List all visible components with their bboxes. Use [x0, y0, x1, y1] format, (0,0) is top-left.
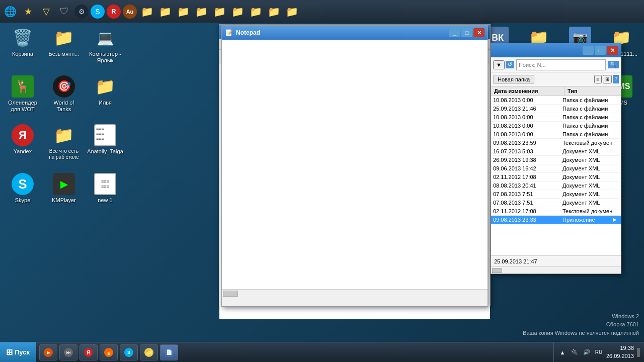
icon-ilya[interactable]: 📁 Илья	[85, 73, 125, 121]
explorer-row[interactable]: 10.08.2013 0:00 Папка с файлами	[491, 122, 621, 130]
explorer-dropdown-btn[interactable]: ▼	[493, 60, 505, 69]
top-toolbar: 🌐 ★ ▽ 🛡 ⚙ S R Au 📁 📁 📁 📁 📁 📁 📁 📁 📁	[0, 0, 644, 23]
explorer-actions: Новая папка ≡ ⊞ ?	[491, 72, 621, 86]
explorer-window: _ □ ✕ ▼ ↺ 🔍 Новая папка ≡ ⊞ ? Дата измен…	[491, 43, 621, 274]
taskbar-btn-notepad[interactable]: 📄	[160, 344, 178, 360]
toolbar-skype-icon[interactable]: S	[91, 5, 105, 19]
desktop: 🌐 ★ ▽ 🛡 ⚙ S R Au 📁 📁 📁 📁 📁 📁 📁 📁 📁 🗑️ Ко…	[0, 0, 644, 362]
explorer-titlebar: _ □ ✕	[491, 43, 621, 57]
toolbar-steam-icon[interactable]: ⚙	[74, 5, 89, 19]
taskbar-btn-files[interactable]: 📁	[140, 344, 158, 360]
explorer-row[interactable]: 08.08.2013 20:41 Документ XML	[491, 182, 621, 190]
toolbar-folder6-icon[interactable]: 📁	[229, 4, 246, 20]
explorer-row[interactable]: 16.07.2013 5:03 Документ XML	[491, 147, 621, 156]
explorer-maximize[interactable]: □	[595, 46, 606, 55]
explorer-hscroll[interactable]	[491, 266, 621, 274]
toolbar-folder8-icon[interactable]: 📁	[266, 4, 282, 20]
notepad-minimize[interactable]: _	[449, 28, 460, 37]
taskbar-right: ▲ 🔌 🔊 RU 19:38 26.09.2013	[553, 342, 644, 362]
notepad-controls: _ □ ✕	[449, 28, 485, 37]
icon-bezym[interactable]: 📁 Безымянн...	[44, 24, 84, 72]
toolbar-shield-icon[interactable]: 🛡	[56, 4, 72, 20]
view-list-btn[interactable]: ≡	[594, 75, 602, 83]
toolbar-folder3-icon[interactable]: 📁	[175, 4, 191, 20]
explorer-controls: _ □ ✕	[583, 46, 618, 55]
explorer-row[interactable]: 10.08.2013 0:00 Папка с файлами	[491, 130, 621, 139]
notepad-titlebar: 📝 Notepad _ □ ✕	[222, 26, 488, 40]
new-folder-btn[interactable]: Новая папка	[493, 75, 534, 84]
taskbar: ⊞ Пуск ▶ ⏭ Я 🔥 S 📁 📄	[0, 342, 644, 362]
toolbar-globe-icon[interactable]: 🌐	[2, 4, 18, 20]
explorer-search-input[interactable]	[516, 59, 606, 70]
taskbar-btn-yandex[interactable]: Я	[79, 344, 98, 360]
icon-olenender[interactable]: 🦌 Оленендер для WOT	[3, 73, 43, 121]
taskbar-btn-skip[interactable]: ⏭	[59, 344, 77, 360]
explorer-close[interactable]: ✕	[607, 46, 618, 55]
explorer-header: Дата изменения Тип	[491, 86, 621, 96]
toolbar-folder7-icon[interactable]: 📁	[248, 4, 264, 20]
explorer-row[interactable]: 26.09.2013 19:38 Документ XML	[491, 156, 621, 164]
explorer-list: 10.08.2013 0:00 Папка с файлами 25.09.20…	[491, 96, 621, 255]
icon-computer[interactable]: 💻 Компьютер - Ярлык	[85, 24, 125, 72]
notepad-window: 📝 Notepad _ □ ✕	[221, 25, 488, 307]
tray-volume-icon[interactable]: 🔊	[582, 348, 591, 357]
explorer-row[interactable]: 10.08.2013 0:00 Папка с файлами	[491, 113, 621, 122]
icon-world-of-tanks[interactable]: 🎯 World ofTanks	[44, 73, 84, 121]
explorer-footer: 25.09.2013 21:47	[491, 255, 621, 266]
icon-skype[interactable]: S Skype	[3, 170, 43, 218]
tray-lang-icon[interactable]: RU	[594, 348, 603, 357]
notepad-scrollbar[interactable]	[222, 289, 488, 297]
explorer-row[interactable]: 02.11.2012 17:08 Документ XML	[491, 173, 621, 182]
col-type-header[interactable]: Тип	[565, 86, 615, 96]
toolbar-au-icon[interactable]: Au	[123, 5, 137, 19]
explorer-refresh-btn[interactable]: ↺	[506, 61, 514, 68]
icon-new1[interactable]: ≡≡≡≡≡≡ new 1	[85, 170, 125, 218]
explorer-row[interactable]: 25.09.2013 21:46 Папка с файлами	[491, 105, 621, 113]
toolbar-star-icon[interactable]: ★	[20, 4, 36, 20]
notepad-textarea[interactable]	[222, 40, 488, 289]
notepad-maximize[interactable]: □	[461, 28, 472, 37]
toolbar-folder2-icon[interactable]: 📁	[157, 4, 173, 20]
footer-date: 25.09.2013 21:47	[494, 258, 537, 264]
notepad-icon: 📝	[225, 29, 233, 37]
toolbar-triangle-icon[interactable]: ▽	[38, 4, 54, 20]
explorer-minimize[interactable]: _	[583, 46, 594, 55]
toolbar-r-icon[interactable]: R	[107, 5, 121, 19]
notepad-title: Notepad	[236, 29, 449, 36]
toolbar-folder1-icon[interactable]: 📁	[139, 4, 155, 20]
tray-up-arrow[interactable]: ▲	[558, 348, 567, 357]
taskbar-btn-burn[interactable]: 🔥	[100, 344, 118, 360]
icon-anatoliy[interactable]: ≡≡≡≡≡≡≡≡≡ Anatoliy_Taiga	[85, 122, 125, 169]
taskbar-btn-skype[interactable]: S	[120, 344, 138, 360]
taskbar-items: ▶ ⏭ Я 🔥 S 📁 📄	[36, 342, 553, 362]
toolbar-folder9-icon[interactable]: 📁	[284, 4, 300, 20]
explorer-row[interactable]: 09.06.2013 16:42 Документ XML	[491, 164, 621, 173]
taskbar-clock[interactable]: 19:38 26.09.2013	[606, 344, 634, 360]
col-date-header[interactable]: Дата изменения	[491, 86, 565, 96]
toolbar-folder5-icon[interactable]: 📁	[211, 4, 227, 20]
explorer-row[interactable]: 07.08.2013 7:51 Документ XML	[491, 199, 621, 207]
notepad-close[interactable]: ✕	[473, 28, 485, 37]
taskbar-btn-media[interactable]: ▶	[39, 344, 57, 360]
icon-yandex[interactable]: Я Yandex	[3, 122, 43, 169]
explorer-row[interactable]: 09.08.2013 23:59 Текстовый докумен	[491, 139, 621, 147]
explorer-row[interactable]: 10.08.2013 0:00 Папка с файлами	[491, 96, 621, 105]
activation-notice: Windows 2 Сборка 7601 Ваша копия Windows…	[523, 312, 639, 337]
explorer-toolbar: ▼ ↺ 🔍	[491, 57, 621, 72]
start-button[interactable]: ⊞ Пуск	[0, 342, 36, 363]
icon-korzina[interactable]: 🗑️ Корзина	[3, 24, 43, 72]
explorer-row[interactable]: 07.08.2013 7:51 Документ XML	[491, 190, 621, 199]
desktop-icons-left: 🗑️ Корзина 📁 Безымянн... 💻 Компьютер - Я…	[3, 24, 125, 218]
view-grid-btn[interactable]: ⊞	[603, 75, 612, 83]
explorer-row[interactable]: 02.11.2012 17:08 Текстовый докумен	[491, 207, 621, 216]
tray-network-icon[interactable]: 🔌	[570, 348, 579, 357]
icon-vse[interactable]: 📁 Все что есть на раб столе	[44, 122, 84, 169]
toolbar-folder4-icon[interactable]: 📁	[193, 4, 209, 20]
explorer-search-btn[interactable]: 🔍	[608, 61, 619, 68]
icon-kmplayer[interactable]: ▶ KMPlayer	[44, 170, 84, 218]
help-btn[interactable]: ?	[613, 75, 619, 83]
explorer-row[interactable]: 09.08.2013 23:33 Приложение ▶	[491, 216, 621, 224]
show-desktop-btn[interactable]	[637, 348, 640, 357]
